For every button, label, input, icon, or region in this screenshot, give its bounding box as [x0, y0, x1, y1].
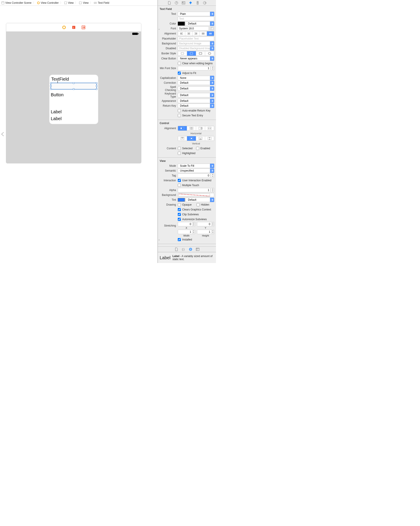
- tint-swatch[interactable]: [178, 198, 185, 202]
- tag-stepper[interactable]: ▲▼: [211, 173, 214, 178]
- breadcrumb-text-field[interactable]: F Text Field: [93, 1, 110, 4]
- tint-select[interactable]: Default: [186, 198, 214, 202]
- attributes-inspector-tab[interactable]: [189, 1, 192, 5]
- connections-inspector-tab[interactable]: [203, 1, 207, 5]
- valign-top-button[interactable]: [178, 136, 187, 141]
- clear-button-select[interactable]: Never appears: [178, 56, 214, 61]
- color-swatch[interactable]: [178, 22, 185, 26]
- library-item-label[interactable]: Label Label - A variably sized amount of…: [158, 252, 216, 263]
- opaque-checkbox[interactable]: [178, 203, 181, 206]
- add-font-variant-icon[interactable]: +: [158, 28, 160, 31]
- view-background-combo[interactable]: [178, 193, 214, 197]
- text-alignment-segmented[interactable]: [178, 31, 214, 36]
- border-line-button[interactable]: [187, 51, 196, 56]
- align-right-button[interactable]: [192, 31, 200, 36]
- tag-input[interactable]: [178, 173, 210, 178]
- hidden-checkbox[interactable]: [197, 203, 200, 206]
- object-library-tab[interactable]: [189, 247, 192, 251]
- font-input[interactable]: [178, 26, 209, 31]
- background-image-combo[interactable]: [178, 41, 214, 46]
- adjust-to-fit-checkbox[interactable]: [178, 71, 181, 75]
- breadcrumb-view-controller[interactable]: View Controller: [36, 1, 59, 4]
- breadcrumb-view-2[interactable]: View: [78, 1, 89, 4]
- spell-checking-select[interactable]: Default: [178, 86, 214, 91]
- semantic-select[interactable]: Unspecified: [178, 169, 214, 173]
- align-left-button[interactable]: [178, 31, 185, 36]
- font-picker-icon[interactable]: T: [210, 26, 214, 31]
- code-snippet-library-tab[interactable]: { }: [181, 247, 186, 251]
- correction-select[interactable]: Default: [178, 81, 214, 85]
- min-font-input[interactable]: [178, 66, 210, 71]
- border-none-button[interactable]: [178, 51, 187, 56]
- clears-graphics-checkbox[interactable]: [178, 208, 181, 211]
- stretch-y-stepper[interactable]: ▲▼: [211, 222, 214, 226]
- canvas-body[interactable]: TextField I Button Label Label: [6, 31, 141, 163]
- mode-select[interactable]: Scale To Fill: [178, 164, 214, 168]
- stretch-x-stepper[interactable]: ▲▼: [192, 222, 195, 226]
- canvas-label-2[interactable]: Label: [51, 116, 97, 121]
- installed-checkbox[interactable]: [178, 238, 181, 241]
- secure-text-checkbox[interactable]: [178, 114, 181, 117]
- multiple-touch-checkbox[interactable]: [178, 184, 181, 187]
- media-library-tab[interactable]: [196, 247, 200, 251]
- stretch-height-input[interactable]: [197, 230, 212, 234]
- border-rounded-button[interactable]: [205, 51, 214, 56]
- scene-tool-circle-icon[interactable]: [62, 25, 66, 30]
- identity-inspector-tab[interactable]: [181, 1, 186, 5]
- vertical-alignment-segmented[interactable]: [178, 136, 214, 141]
- horizontal-alignment-segmented[interactable]: [178, 126, 214, 131]
- halign-left-button[interactable]: [178, 126, 187, 131]
- stretch-width-stepper[interactable]: ▲▼: [192, 230, 195, 234]
- appearance-select[interactable]: Default: [178, 99, 214, 103]
- enabled-checkbox[interactable]: [196, 147, 199, 150]
- color-select[interactable]: Default: [186, 21, 214, 26]
- align-justify-button[interactable]: [200, 31, 207, 36]
- content-view[interactable]: TextField I Button Label Label: [49, 75, 98, 124]
- valign-bottom-button[interactable]: [196, 136, 205, 141]
- border-style-segmented[interactable]: [178, 51, 214, 56]
- auto-enable-return-checkbox[interactable]: [178, 109, 181, 112]
- clear-when-editing-checkbox[interactable]: [178, 62, 181, 65]
- canvas-selected-textfield[interactable]: I: [51, 83, 97, 89]
- add-variant-icon[interactable]: +: [158, 239, 160, 242]
- min-font-stepper[interactable]: ▲▼: [211, 66, 214, 71]
- file-template-library-tab[interactable]: [174, 247, 179, 251]
- capitalization-select[interactable]: None: [178, 76, 214, 80]
- file-inspector-tab[interactable]: [167, 1, 171, 5]
- selected-checkbox[interactable]: [178, 147, 181, 150]
- scene-tool-exit-icon[interactable]: [81, 25, 86, 30]
- align-natural-button[interactable]: [207, 31, 214, 36]
- canvas-label-1[interactable]: Label: [51, 109, 97, 114]
- halign-fill-button[interactable]: [205, 126, 214, 131]
- placeholder-input[interactable]: [178, 36, 214, 41]
- align-center-button[interactable]: [185, 31, 192, 36]
- clip-subviews-checkbox[interactable]: [178, 213, 181, 216]
- halign-right-button[interactable]: [196, 126, 205, 131]
- alpha-input[interactable]: [178, 188, 210, 192]
- scene-tool-first-responder-icon[interactable]: 1: [71, 25, 76, 30]
- autoresize-checkbox[interactable]: [178, 218, 181, 221]
- help-inspector-tab[interactable]: ?: [174, 1, 179, 5]
- keyboard-type-select[interactable]: Default: [178, 93, 214, 97]
- user-interaction-checkbox[interactable]: [178, 179, 181, 182]
- valign-fill-button[interactable]: [205, 136, 214, 141]
- canvas-button[interactable]: Button: [51, 92, 97, 97]
- halign-center-button[interactable]: [187, 126, 196, 131]
- canvas-area[interactable]: 1 TextField I: [0, 6, 158, 263]
- disabled-image-combo[interactable]: [178, 46, 214, 51]
- stretch-height-stepper[interactable]: ▲▼: [211, 230, 214, 234]
- return-key-select[interactable]: Default: [178, 104, 214, 108]
- stretch-y-input[interactable]: [197, 222, 212, 226]
- text-style-select[interactable]: Plain: [178, 12, 214, 16]
- back-arrow-icon[interactable]: [0, 132, 5, 137]
- breadcrumb-view[interactable]: View: [64, 1, 74, 4]
- breadcrumb-view-controller-scene[interactable]: View Controller Scene: [1, 1, 32, 4]
- highlighted-checkbox[interactable]: [178, 152, 181, 155]
- stretch-x-input[interactable]: [178, 222, 192, 226]
- stretch-width-input[interactable]: [178, 230, 192, 234]
- text-value-input[interactable]: [178, 17, 214, 21]
- size-inspector-tab[interactable]: [196, 1, 200, 5]
- valign-center-button[interactable]: [187, 136, 196, 141]
- alpha-stepper[interactable]: ▲▼: [211, 188, 214, 192]
- border-bezel-button[interactable]: [196, 51, 205, 56]
